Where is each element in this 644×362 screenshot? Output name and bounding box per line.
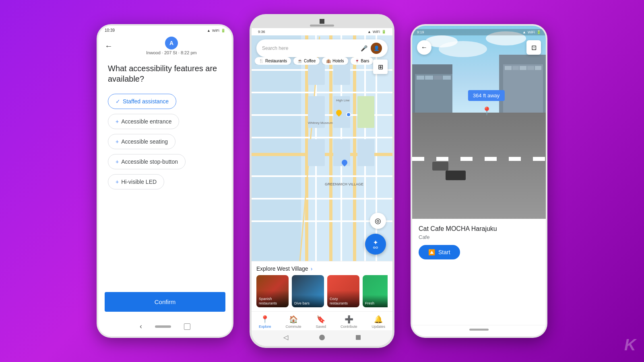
search-bar[interactable]: Search here 🎤 👤 — [256, 39, 388, 57]
distance-badge: 364 ft away — [468, 90, 505, 101]
front-camera — [320, 19, 324, 24]
option-label-1: Staffed assistance — [123, 98, 169, 105]
block-park — [357, 96, 374, 128]
nav-home-indicator[interactable] — [155, 325, 171, 328]
option-label-2: Accessible entrance — [121, 118, 171, 125]
recents-nav-btn-2[interactable] — [356, 335, 361, 340]
nav-explore[interactable]: 📍 Explore — [259, 315, 271, 329]
option-accessible-seating[interactable]: + Accessible seating — [108, 134, 175, 149]
card-label-4: Fresh — [363, 295, 388, 307]
nav-commute[interactable]: 🏠 Commute — [285, 315, 301, 329]
sv-share-button[interactable]: ⊡ — [526, 40, 541, 55]
option-accessible-entrance[interactable]: + Accessible entrance — [108, 114, 179, 129]
status-icons-1: ▲ WiFi 🔋 — [207, 29, 225, 33]
phone-2: 9:36 ▲ WiFi 🔋 — [250, 14, 394, 348]
mic-icon[interactable]: 🎤 — [361, 45, 367, 51]
option-hi-visible-led[interactable]: + Hi-visible LED — [108, 174, 164, 189]
nav-square-btn[interactable] — [184, 323, 190, 330]
bars-icon: 🍷 — [355, 59, 359, 63]
explore-title: Explore West Village — [256, 265, 308, 272]
sv-wifi-icon: WiFi — [528, 30, 535, 34]
back-button[interactable]: ← — [105, 41, 113, 51]
nav-updates[interactable]: 🔔 Updates — [372, 315, 385, 329]
block-7 — [357, 139, 374, 166]
location-button[interactable]: ◎ — [370, 213, 386, 229]
question-title: What accessibility features are availabl… — [108, 63, 222, 84]
back-nav-btn-2[interactable]: ◁ — [283, 333, 288, 341]
option-accessible-stop-button[interactable]: + Accessible stop-button — [108, 154, 186, 169]
card-label-3: Cozy restaurants — [327, 290, 359, 307]
updates-icon: 🔔 — [374, 315, 383, 324]
location-pin-orange: 📍 — [482, 106, 492, 116]
place-card-3[interactable]: Cozy restaurants — [327, 275, 359, 307]
place-card-2[interactable]: Dive bars — [292, 275, 324, 307]
map-pin-current — [346, 112, 351, 117]
place-cards: Spanish restaurants Dive bars Cozy resta… — [256, 275, 388, 307]
nav-contribute[interactable]: ➕ Contribute — [341, 315, 357, 329]
place-card-1[interactable]: Spanish restaurants — [256, 275, 289, 307]
explore-icon: 📍 — [260, 315, 269, 324]
battery-icon-2: 🔋 — [382, 30, 386, 34]
status-icons-2: ▲ WiFi 🔋 — [367, 30, 386, 34]
road-h4 — [252, 137, 392, 138]
start-label: Start — [438, 249, 450, 255]
coffee-icon: ☕ — [297, 59, 302, 63]
cafe-name: Cat Cafe MOCHA Harajuku — [419, 225, 539, 232]
option-label-4: Accessible stop-button — [121, 158, 178, 165]
start-button[interactable]: 🔼 Start — [419, 245, 460, 259]
block-5 — [308, 139, 325, 166]
option-label-3: Accessible seating — [121, 138, 168, 145]
card-label-2: Dive bars — [292, 295, 324, 307]
nav-saved[interactable]: 🔖 Saved — [316, 315, 326, 329]
saved-label: Saved — [316, 325, 326, 329]
map-area[interactable]: CHELSEA GREENWICH VILLAGE High Line Whit… — [252, 35, 392, 261]
map-background: CHELSEA GREENWICH VILLAGE High Line Whit… — [252, 35, 392, 261]
chip-coffee[interactable]: ☕ Coffee — [293, 57, 320, 65]
battery-icon: 🔋 — [221, 29, 225, 33]
plus-icon-3: + — [116, 158, 119, 165]
sv-status-icons: ▲ WiFi 🔋 — [522, 30, 541, 34]
explore-arrow[interactable]: › — [311, 265, 313, 272]
layers-button[interactable]: ⊞ — [373, 60, 388, 74]
go-icon: ✦ — [373, 239, 378, 246]
phone2-top — [252, 16, 392, 28]
chip-bars[interactable]: 🍷 Bars — [351, 57, 374, 65]
commute-label: Commute — [285, 325, 301, 329]
saved-icon: 🔖 — [316, 315, 325, 324]
home-indicator-3[interactable] — [469, 329, 489, 331]
place-info-card: Cat Cafe MOCHA Harajuku Cafe 🔼 Start — [412, 219, 546, 325]
map-label-greenwich: GREENWICH VILLAGE — [325, 182, 363, 186]
header-title: A Inwood · 207 St · 8:22 pm — [118, 37, 225, 55]
plus-icon-2: + — [116, 138, 119, 145]
phone-1: 10:39 ▲ WiFi 🔋 ← A Inwood · 207 St · 8:2… — [97, 24, 233, 338]
statusbar-2: 9:36 ▲ WiFi 🔋 — [252, 28, 392, 35]
route-text: Inwood · 207 St · 8:22 pm — [146, 50, 196, 55]
card-label-1: Spanish restaurants — [256, 290, 289, 307]
home-nav-btn-2[interactable] — [319, 335, 325, 340]
watermark: K — [624, 336, 636, 354]
nav-back-btn[interactable]: ‹ — [140, 322, 142, 331]
android-navbar-2: ◁ — [252, 330, 392, 346]
signal-icon-2: ▲ — [367, 30, 371, 34]
car-2 — [432, 162, 448, 171]
bottom-navigation: 📍 Explore 🏠 Commute 🔖 Saved ➕ Contribute… — [252, 311, 392, 330]
navbar-1: ‹ — [98, 318, 232, 336]
commute-icon: 🏠 — [289, 315, 298, 324]
option-staffed-assistance[interactable]: ✓ Staffed assistance — [108, 94, 176, 109]
chip-restaurants[interactable]: 🍴 Restaurants — [255, 57, 291, 65]
cafe-type: Cafe — [419, 234, 539, 240]
statusbar-1: 10:39 ▲ WiFi 🔋 — [98, 26, 232, 33]
profile-avatar[interactable]: 👤 — [371, 43, 382, 54]
sv-time: 9:19 — [417, 30, 424, 34]
road-h6 — [252, 175, 392, 177]
phone-3: 9:19 ▲ WiFi 🔋 ← ⊡ 364 ft away 📍 Cat Cafe… — [411, 24, 547, 338]
confirm-button[interactable]: Confirm — [105, 292, 225, 312]
restaurants-icon: 🍴 — [259, 59, 264, 63]
contribute-icon: ➕ — [345, 315, 353, 324]
search-placeholder: Search here — [262, 45, 288, 51]
hotels-icon: 🏨 — [326, 59, 331, 63]
place-card-4[interactable]: Fresh — [363, 275, 388, 307]
go-button[interactable]: ✦ GO — [365, 234, 386, 255]
sv-back-button[interactable]: ← — [417, 40, 431, 55]
chip-hotels[interactable]: 🏨 Hotels — [322, 57, 348, 65]
